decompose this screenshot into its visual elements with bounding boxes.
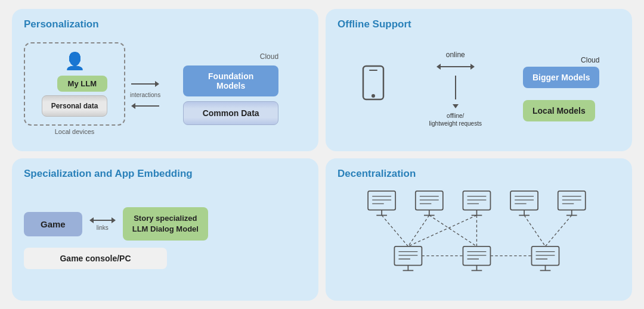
- q2-content: online offline/lightweight requests Clou…: [338, 36, 620, 142]
- game-console-box: Game console/PC: [24, 248, 167, 269]
- decentralization-quadrant: Decentralization: [326, 158, 632, 301]
- story-dialog-model-box: Story specialized LLM Dialog Model: [123, 207, 208, 241]
- links-label: links: [97, 224, 109, 231]
- foundation-models-box: Foundation Models: [183, 65, 278, 96]
- cloud-label-q1: Cloud: [260, 52, 278, 61]
- common-data-box: Common Data: [183, 101, 278, 125]
- svg-rect-27: [558, 191, 586, 210]
- decentralization-title: Decentralization: [338, 168, 620, 180]
- online-label: online: [446, 51, 465, 59]
- local-models-box: Local Models: [523, 100, 595, 121]
- svg-line-51: [382, 215, 408, 246]
- offline-support-title: Offline Support: [338, 18, 620, 30]
- specialization-quadrant: Specialization and App Embedding Game li…: [12, 158, 318, 301]
- offline-support-quadrant: Offline Support online: [326, 9, 632, 151]
- local-devices-box: 👤 My LLM Personal data: [24, 42, 125, 126]
- personal-data-box: Personal data: [42, 95, 107, 117]
- interactions-label: interactions: [130, 92, 160, 98]
- svg-rect-33: [394, 246, 422, 265]
- game-box: Game: [24, 212, 82, 236]
- svg-point-1: [371, 94, 375, 98]
- svg-rect-45: [532, 246, 559, 265]
- specialization-title: Specialization and App Embedding: [24, 168, 306, 180]
- svg-rect-39: [463, 246, 490, 265]
- bigger-models-box: Bigger Models: [523, 67, 599, 88]
- decentralization-svg: [338, 186, 620, 291]
- svg-rect-15: [463, 191, 490, 210]
- personalization-title: Personalization: [24, 18, 306, 30]
- q4-content: [338, 186, 620, 291]
- my-llm-box: My LLM: [57, 76, 107, 92]
- svg-line-57: [408, 215, 476, 246]
- person-icon: 👤: [64, 51, 85, 71]
- cloud-label-q2: Cloud: [581, 56, 599, 64]
- phone-icon: [358, 65, 388, 113]
- story-model-text: Story specialized LLM Dialog Model: [132, 214, 199, 233]
- svg-line-56: [429, 215, 477, 246]
- q3-content: Game links Story specialized LLM Dialog …: [24, 186, 306, 291]
- offline-label: offline/lightweight requests: [429, 112, 482, 127]
- personalization-quadrant: Personalization 👤 My LLM Personal data L…: [12, 9, 318, 151]
- local-devices-label: Local devices: [55, 128, 95, 135]
- svg-rect-9: [416, 191, 443, 210]
- game-row: Game links Story specialized LLM Dialog …: [24, 207, 306, 241]
- main-container: Personalization 👤 My LLM Personal data L…: [12, 9, 632, 301]
- cloud-section: Cloud Foundation Models Common Data: [183, 52, 278, 125]
- q1-content: 👤 My LLM Personal data Local devices int…: [24, 36, 306, 142]
- svg-rect-21: [510, 191, 538, 210]
- svg-rect-3: [368, 191, 395, 210]
- svg-line-55: [546, 215, 572, 246]
- svg-rect-2: [369, 70, 377, 71]
- svg-line-54: [524, 215, 545, 246]
